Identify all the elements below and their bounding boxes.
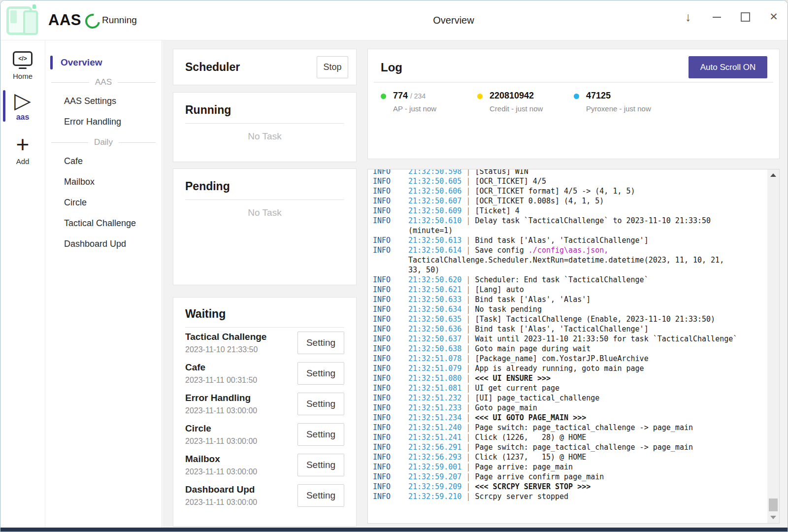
log-level: INFO [373, 413, 408, 423]
hide-to-tray-icon[interactable]: ↓ [683, 10, 693, 24]
sidebar-section-divider: AAS [45, 74, 162, 91]
log-message: 21:32:59.209 | <<< SCRCPY SERVER STOP >>… [408, 482, 764, 492]
sidebar-item-label: Circle [64, 198, 87, 208]
sidebar-item-cafe[interactable]: Cafe [45, 151, 162, 171]
log-timestamp: 21:32:51.233 [408, 403, 461, 412]
log-message: 21:32:59.210 | Scrcpy server stopped [408, 492, 764, 501]
log-timestamp: 21:32:50.635 [408, 315, 461, 324]
log-message: 21:32:50.637 | Wait until 2023-11-10 21:… [408, 334, 764, 344]
waiting-task-info: Circle2023-11-11 03:00:00 [185, 423, 257, 446]
waiting-task-next-run: 2023-11-11 03:00:00 [185, 437, 257, 446]
scroll-down-button[interactable] [767, 512, 779, 523]
log-line: INFO21:32:50.598 | [Status] WIN [373, 169, 764, 176]
log-level: INFO [373, 206, 408, 216]
sidebar-section-label: Daily [94, 137, 113, 147]
play-icon: ▷ [14, 89, 31, 112]
log-message: 21:32:50.633 | Bind task ['Alas', 'Alas'… [408, 295, 764, 304]
waiting-task-name: Tactical Challenge [185, 332, 266, 342]
log-level: INFO [373, 472, 408, 482]
log-text: [Lang] auto [475, 285, 524, 294]
sidebar-item-circle[interactable]: Circle [45, 192, 162, 213]
log-timestamp: 21:32:50.606 [408, 187, 461, 196]
sidebar-item-label: Tactical Challenge [64, 218, 136, 229]
setting-button[interactable]: Setting [297, 362, 344, 385]
log-text: [Task] TacticalChallenge (Enable, 2023-1… [475, 315, 715, 324]
log-level: INFO [373, 423, 408, 432]
nav-item-aas[interactable]: ▷ aas [0, 89, 45, 122]
nav-rail: </> Home ▷ aas + Add [0, 40, 45, 528]
log-separator: | [461, 492, 475, 501]
running-spinner-icon [82, 11, 103, 32]
log-line: INFO21:32:50.635 | [Task] TacticalChalle… [373, 314, 764, 324]
log-timestamp: 21:32:59.207 [408, 472, 461, 481]
log-text: Click (1226, 28) @ HOME [475, 433, 586, 442]
log-message: 21:32:50.607 | [OCR_TICKET 0.008s] (4, 1… [408, 196, 764, 206]
nav-item-label: Add [16, 157, 30, 166]
log-separator: | [461, 177, 475, 186]
sidebar-item-dashboard-upd[interactable]: Dashboard Upd [45, 233, 162, 254]
log-message: 21:32:56.291 | Page switch: page_tactica… [408, 442, 764, 452]
log-timestamp: 21:32:50.610 [408, 216, 461, 225]
nav-item-add[interactable]: + Add [0, 131, 45, 166]
nav-item-home[interactable]: </> Home [0, 51, 45, 80]
log-line: INFO21:32:51.081 | UI get current page [373, 383, 764, 393]
waiting-task-name: Error Handling [185, 393, 257, 403]
sidebar-item-overview[interactable]: Overview [45, 53, 162, 72]
log-text: App is already running, goto main page [475, 364, 644, 373]
minimize-icon[interactable] [712, 12, 722, 21]
log-text: Bind task ['Alas', 'TacticalChallenge'] [475, 236, 648, 245]
log-level: INFO [373, 295, 408, 304]
log-console: INFO21:32:50.598 | [Status] WININFO21:32… [367, 169, 780, 524]
log-separator: | [461, 472, 475, 481]
log-timestamp: 21:32:51.078 [408, 354, 461, 363]
waiting-list: Tactical Challenge2023-11-10 21:33:50Set… [185, 328, 344, 511]
sidebar-item-aas-settings[interactable]: AAS Settings [45, 91, 162, 111]
log-line: INFO21:32:50.621 | [Lang] auto [373, 285, 764, 295]
log-message: 21:32:51.079 | App is already running, g… [408, 364, 764, 373]
log-separator: | [461, 315, 475, 324]
setting-button[interactable]: Setting [297, 423, 344, 446]
divider-line [51, 82, 89, 83]
code-monitor-icon: </> [13, 51, 33, 69]
log-separator: | [461, 285, 475, 294]
scroll-up-button[interactable] [767, 169, 779, 180]
log-timestamp: 21:32:51.081 [408, 384, 461, 393]
log-line: INFO21:32:50.620 | Scheduler: End task `… [373, 275, 764, 285]
log-text: Save config ./config\aas.json, [475, 246, 608, 255]
log-message: 21:32:56.293 | Click (1237, 15) @ HOME [408, 452, 764, 462]
close-icon[interactable]: ✕ [769, 11, 779, 23]
minimize-glyph [713, 17, 721, 18]
log-timestamp: 21:32:50.634 [408, 305, 461, 314]
log-timestamp: 21:32:50.636 [408, 325, 461, 333]
stop-button[interactable]: Stop [317, 56, 348, 78]
log-level: INFO [373, 176, 408, 186]
log-separator: | [461, 305, 475, 314]
log-timestamp: 21:32:51.234 [408, 413, 461, 422]
log-timestamp: 21:32:50.613 [408, 236, 461, 245]
sidebar: OverviewAASAAS SettingsError HandlingDai… [45, 40, 162, 528]
log-text: Goto main page during wait [475, 344, 591, 353]
setting-button[interactable]: Setting [297, 454, 344, 476]
setting-button[interactable]: Setting [297, 332, 344, 354]
setting-button[interactable]: Setting [297, 484, 344, 507]
stat-value: 774/ 234 [393, 91, 436, 101]
log-message: 21:32:59.207 | Page arrive confirm page_… [408, 472, 764, 482]
scrollbar-thumb[interactable] [769, 499, 778, 511]
maximize-icon[interactable] [740, 12, 750, 21]
log-line: INFO21:32:51.240 | Page switch: page_tac… [373, 423, 764, 432]
divider-line [119, 142, 156, 143]
log-separator: | [461, 246, 475, 255]
scroll-up-arrow-icon [770, 173, 776, 177]
log-line: INFO21:32:51.241 | Click (1226, 28) @ HO… [373, 432, 764, 442]
sidebar-item-error-handling[interactable]: Error Handling [45, 111, 162, 132]
log-line: INFO21:32:50.609 | [Ticket] 4 [373, 206, 764, 216]
setting-button[interactable]: Setting [297, 393, 344, 415]
log-message: 21:32:51.078 | [Package_name] com.Yostar… [408, 354, 764, 364]
sidebar-item-mailbox[interactable]: Mailbox [45, 171, 162, 192]
log-line: INFO21:32:51.078 | [Package_name] com.Yo… [373, 354, 764, 364]
main-content: Scheduler Stop Running No Task Pending N… [163, 40, 788, 528]
log-level: INFO [373, 364, 408, 373]
log-line: INFO21:32:51.234 | <<< UI GOTO PAGE_MAIN… [373, 413, 764, 423]
auto-scroll-button[interactable]: Auto Scroll ON [689, 56, 767, 78]
sidebar-item-tactical-challenge[interactable]: Tactical Challenge [45, 213, 162, 233]
